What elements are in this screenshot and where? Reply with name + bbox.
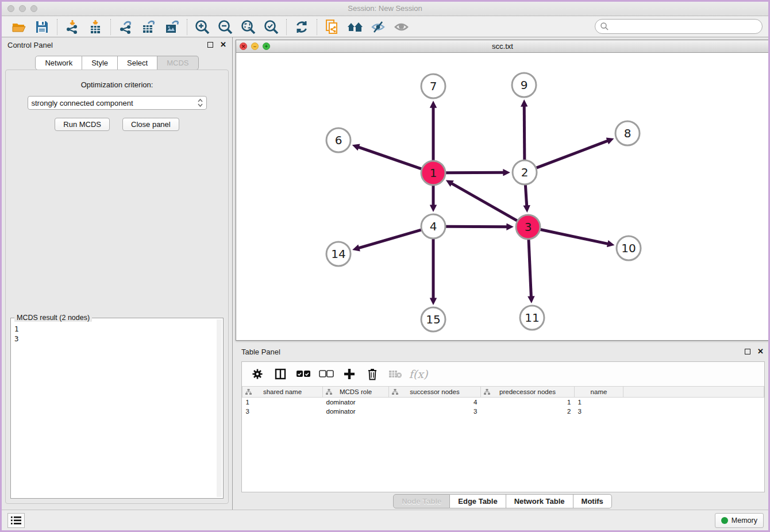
select-all-icon <box>296 370 311 378</box>
cell-predecessor-nodes[interactable]: 2 <box>481 407 575 416</box>
column-header-mcds-role[interactable]: MCDS role <box>323 387 389 398</box>
network-canvas[interactable]: 1234678910111415 <box>236 53 769 340</box>
zoom-in-button[interactable] <box>191 18 214 36</box>
create-column-button[interactable] <box>341 365 358 383</box>
export-network-icon <box>118 20 133 34</box>
function-builder-button: f(x) <box>410 365 427 383</box>
cell-name[interactable]: 1 <box>575 398 623 407</box>
network-window-titlebar[interactable]: ✕ − + scc.txt <box>236 40 769 53</box>
status-bar: Memory <box>2 510 768 530</box>
import-network-button[interactable] <box>61 18 84 36</box>
cell-shared-name[interactable]: 3 <box>242 407 323 416</box>
delete-table-icon <box>388 369 402 379</box>
export-network-button[interactable] <box>114 18 137 36</box>
close-panel-button[interactable]: Close panel <box>122 118 179 131</box>
graph-node-label-9: 9 <box>521 78 528 92</box>
mcds-panel-body: Optimization criterion: strongly connect… <box>5 70 229 504</box>
float-table-panel-icon[interactable] <box>745 349 750 354</box>
graph-edge-2-3[interactable] <box>525 185 526 206</box>
hierarchy-icon <box>484 389 490 395</box>
tab-node-table[interactable]: Node Table <box>393 494 450 508</box>
column-header-successor-nodes[interactable]: successor nodes <box>389 387 481 398</box>
graph-edge-1-6[interactable] <box>359 147 421 169</box>
search-input[interactable] <box>609 21 762 32</box>
table-row[interactable]: 3 dominator 3 2 3 <box>242 407 764 416</box>
hierarchy-icon <box>392 389 398 395</box>
graph-edge-4-14[interactable] <box>359 230 421 248</box>
close-table-panel-icon[interactable]: ✕ <box>757 349 764 354</box>
zoom-fit-button[interactable] <box>237 18 260 36</box>
graph-edge-3-11[interactable] <box>529 240 531 296</box>
export-table-icon <box>141 20 156 34</box>
tab-mcds[interactable]: MCDS <box>157 56 198 70</box>
zoom-out-button[interactable] <box>214 18 237 36</box>
graph-edge-4-3[interactable] <box>446 226 507 227</box>
show-all-button[interactable] <box>390 18 413 36</box>
home-icon <box>346 20 364 34</box>
table-row[interactable]: 1 dominator 4 1 1 <box>242 398 764 407</box>
zoom-selected-button[interactable] <box>260 18 283 36</box>
network-minimize-icon[interactable]: − <box>251 43 259 50</box>
apply-layout-button[interactable] <box>290 18 313 36</box>
task-history-button[interactable] <box>7 513 25 528</box>
table-settings-button[interactable] <box>249 365 266 383</box>
graph-node-label-2: 2 <box>521 165 529 179</box>
network-window-controls[interactable]: ✕ − + <box>240 43 270 50</box>
cell-mcds-role[interactable]: dominator <box>323 398 389 407</box>
select-all-button[interactable] <box>295 365 312 383</box>
column-header-shared-name[interactable]: shared name <box>242 387 323 398</box>
result-scrollbar[interactable] <box>217 319 222 497</box>
application-window: Session: New Session <box>0 0 770 532</box>
delete-column-button[interactable] <box>364 365 381 383</box>
cell-successor-nodes[interactable]: 4 <box>389 398 481 407</box>
tab-network-table[interactable]: Network Table <box>506 494 573 508</box>
save-session-button[interactable] <box>30 18 53 36</box>
tab-edge-table[interactable]: Edge Table <box>450 494 506 508</box>
graph-edge-2-8[interactable] <box>537 141 608 168</box>
cell-shared-name[interactable]: 1 <box>242 398 323 407</box>
mcds-result-text[interactable]: 1 3 <box>14 324 216 497</box>
graph-node-label-3: 3 <box>525 220 532 234</box>
optimization-criterion-select[interactable]: strongly connected component <box>28 96 207 110</box>
add-column-icon <box>344 368 355 380</box>
tab-network[interactable]: Network <box>35 56 82 70</box>
clone-network-button[interactable] <box>321 18 344 36</box>
cell-predecessor-nodes[interactable]: 1 <box>481 398 575 407</box>
graph-node-label-6: 6 <box>335 133 342 147</box>
graph-edge-2-9[interactable] <box>524 106 525 160</box>
zoom-fit-icon <box>240 19 256 35</box>
float-panel-icon[interactable] <box>207 42 213 48</box>
network-view-window: ✕ − + scc.txt 1234678910111415 <box>236 40 769 341</box>
run-mcds-button[interactable]: Run MCDS <box>55 118 110 131</box>
memory-status-icon <box>721 517 728 524</box>
import-table-button[interactable] <box>84 18 107 36</box>
close-panel-icon[interactable]: ✕ <box>220 42 226 48</box>
network-close-icon[interactable]: ✕ <box>240 43 247 50</box>
network-canvas-svg: 1234678910111415 <box>236 53 769 340</box>
graph-node-label-8: 8 <box>624 126 632 140</box>
tab-motifs[interactable]: Motifs <box>573 494 612 508</box>
graph-edge-3-10[interactable] <box>541 230 608 244</box>
deselect-all-icon <box>319 370 334 378</box>
column-header-predecessor-nodes[interactable]: predecessor nodes <box>481 387 575 398</box>
cell-name[interactable]: 3 <box>575 407 623 416</box>
cell-mcds-role[interactable]: dominator <box>323 407 389 416</box>
home-button[interactable] <box>344 18 367 36</box>
column-header-name[interactable]: name <box>575 387 623 398</box>
export-image-button[interactable] <box>160 18 183 36</box>
tab-select[interactable]: Select <box>118 56 157 70</box>
zoom-out-icon <box>217 19 233 35</box>
network-maximize-icon[interactable]: + <box>263 43 270 50</box>
memory-button[interactable]: Memory <box>715 513 764 528</box>
show-columns-button[interactable] <box>272 365 289 383</box>
search-field[interactable] <box>595 19 763 34</box>
graph-edge-1-2[interactable] <box>446 172 503 173</box>
export-table-button[interactable] <box>137 18 160 36</box>
tab-style[interactable]: Style <box>82 56 118 70</box>
graph-edge-3-1[interactable] <box>452 183 517 221</box>
cell-successor-nodes[interactable]: 3 <box>389 407 481 416</box>
open-file-button[interactable] <box>7 18 30 36</box>
hide-selected-button[interactable] <box>367 18 390 36</box>
deselect-all-button[interactable] <box>318 365 335 383</box>
task-list-icon <box>11 516 21 525</box>
